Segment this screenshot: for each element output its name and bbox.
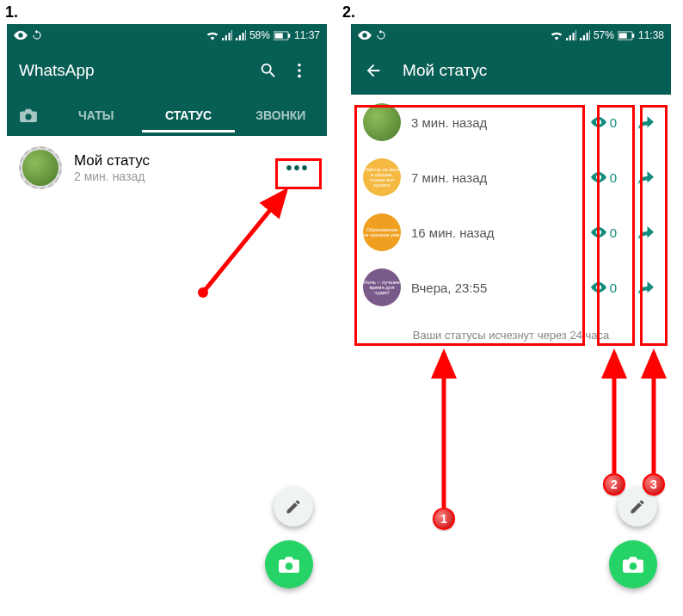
app-bar: WhatsApp (7, 46, 327, 95)
svg-rect-8 (632, 34, 634, 38)
sync-icon (375, 29, 387, 41)
tab-bar: ЧАТЫ СТАТУС ЗВОНКИ (7, 95, 327, 136)
annotation-box (354, 105, 585, 346)
status-time: 2 мин. назад (74, 169, 268, 183)
tab-chats[interactable]: ЧАТЫ (50, 98, 142, 132)
annotation-box (275, 158, 322, 189)
clock-time: 11:37 (294, 29, 320, 41)
svg-rect-1 (275, 33, 283, 38)
signal-icon (566, 30, 576, 40)
app-bar: Мой статус (351, 46, 671, 95)
battery-icon (618, 31, 635, 40)
android-status-bar: 58% 11:37 (7, 24, 327, 46)
camera-fab[interactable] (609, 540, 657, 588)
sync-icon (31, 29, 43, 41)
back-icon[interactable] (358, 55, 389, 86)
phone-screen-1: 58% 11:37 WhatsApp ЧАТЫ СТАТУС ЗВОНКИ (7, 24, 327, 609)
camera-fab[interactable] (265, 540, 313, 588)
annotation-badge-3: 3 (643, 473, 665, 496)
status-title: Мой статус (74, 152, 268, 169)
annotation-box (640, 105, 668, 346)
signal-icon-2 (236, 30, 246, 40)
annotation-badge-1: 1 (433, 508, 455, 530)
svg-point-5 (298, 75, 301, 78)
battery-percent: 57% (594, 29, 614, 41)
wifi-icon (551, 30, 563, 40)
panel-label-1: 1. (5, 3, 18, 22)
eye-icon (358, 30, 372, 40)
annotation-badge-2: 2 (603, 473, 625, 496)
android-status-bar: 57% 11:38 (351, 24, 671, 46)
battery-percent: 58% (249, 29, 270, 41)
svg-rect-7 (619, 33, 627, 38)
search-icon[interactable] (253, 55, 284, 86)
panel-label-2: 2. (342, 3, 355, 22)
battery-icon (274, 31, 291, 40)
clock-time: 11:38 (638, 29, 664, 41)
page-title: Мой статус (403, 61, 659, 80)
signal-icon-2 (580, 30, 590, 40)
edit-fab[interactable] (274, 487, 313, 527)
svg-point-4 (298, 69, 301, 72)
signal-icon (222, 30, 232, 40)
eye-icon (14, 30, 28, 40)
tab-calls[interactable]: ЗВОНКИ (235, 98, 327, 132)
camera-tab-icon[interactable] (7, 108, 50, 123)
more-icon[interactable] (284, 55, 315, 86)
svg-rect-2 (288, 34, 290, 38)
wifi-icon (206, 30, 218, 40)
annotation-box (597, 105, 635, 346)
app-title: WhatsApp (19, 61, 253, 80)
svg-point-3 (298, 64, 301, 67)
tab-status[interactable]: СТАТУС (142, 98, 234, 132)
status-avatar (19, 146, 62, 189)
